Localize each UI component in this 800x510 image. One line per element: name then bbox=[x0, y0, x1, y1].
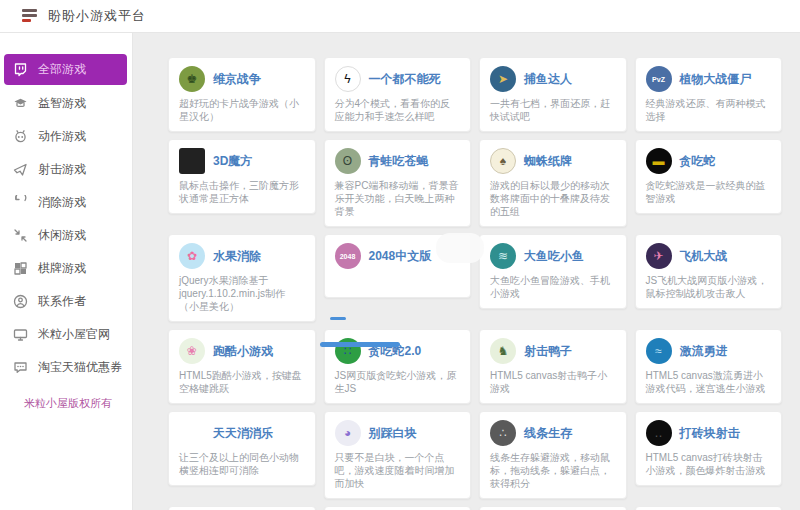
shoot-ducks-icon: ♞ bbox=[490, 338, 516, 364]
sidebar-item-5[interactable]: 休闲游戏 bbox=[0, 219, 132, 252]
game-row: ☄保卫星球射击星球防御游戏，太空战机为阻止星球遭遇小行星撞击◗吃豆人按［空格］开… bbox=[168, 506, 782, 510]
monitor-icon bbox=[13, 327, 28, 342]
sidebar-item-1[interactable]: 益智游戏 bbox=[0, 87, 132, 120]
game-card-header: 3D魔方 bbox=[179, 148, 305, 174]
sync-arrows-icon bbox=[13, 195, 28, 210]
game-description: 游戏的目标以最少的移动次数将牌面中的十叠牌及待发的五组 bbox=[490, 179, 616, 218]
fishing-master-icon: ➤ bbox=[490, 66, 516, 92]
sidebar-item-9[interactable]: 淘宝天猫优惠券 bbox=[0, 351, 132, 384]
game-row: 3D魔方鼠标点击操作，三阶魔方形状通常是正方体ʘ青蛙吃苍蝇兼容PC端和移动端，背… bbox=[168, 139, 782, 227]
frog-eats-flies-icon: ʘ bbox=[335, 148, 361, 174]
sidebar-item-0[interactable]: 全部游戏 bbox=[4, 54, 127, 85]
sidebar-item-label: 米粒小屋官网 bbox=[38, 326, 110, 343]
game-title: 捕鱼达人 bbox=[524, 71, 572, 88]
game-description: jQuery水果消除基于jquery.1.10.2.min.js制作（小星美化） bbox=[179, 274, 305, 313]
game-card-header: 天天消消乐 bbox=[179, 420, 305, 446]
game-card-fishing-master[interactable]: ➤捕鱼达人一共有七档，界面还原，赶快试试吧 bbox=[479, 57, 627, 132]
game-card-happy-crush[interactable]: 开心消消乐支持PC端和移动端，一款三消游戏，游戏画面精美 bbox=[479, 506, 627, 510]
game-title: 一个都不能死 bbox=[369, 71, 441, 88]
game-card-viking-war[interactable]: ♚维京战争超好玩的卡片战争游戏（小星汉化） bbox=[168, 57, 316, 132]
game-card-header: ◕别踩白块 bbox=[335, 420, 461, 446]
game-description: 兼容PC端和移动端，背景音乐开关功能，白天晚上两种背景 bbox=[335, 179, 461, 218]
game-card-snake-2[interactable]: ∷贪吃蛇2.0JS网页版贪吃蛇小游戏，原生JS bbox=[324, 329, 472, 404]
parkour-icon: ❀ bbox=[179, 338, 205, 364]
game-card-brick-shooter[interactable]: ‥打砖块射击HTML5 canvas打砖块射击小游戏，颜色爆炸射击游戏 bbox=[635, 411, 783, 486]
game-card-plants-vs-zombies[interactable]: PvZ植物大战僵尸经典游戏还原、有两种模式选择 bbox=[635, 57, 783, 132]
game-card-rapids-adventure[interactable]: ≈激流勇进HTML5 canvas激流勇进小游戏代码，迷宫逃生小游戏 bbox=[635, 329, 783, 404]
game-card-line-survival[interactable]: ∴线条生存线条生存躲避游戏，移动鼠标，拖动线条，躲避白点，获得积分 bbox=[479, 411, 627, 499]
game-description: 线条生存躲避游戏，移动鼠标，拖动线条，躲避白点，获得积分 bbox=[490, 451, 616, 490]
snake-icon: ▬ bbox=[646, 148, 672, 174]
line-survival-icon: ∴ bbox=[490, 420, 516, 446]
game-title: 别踩白块 bbox=[369, 425, 417, 442]
game-description: 经典游戏还原、有两种模式选择 bbox=[646, 97, 772, 123]
game-card-header: ✈飞机大战 bbox=[646, 243, 772, 269]
game-title: 飞机大战 bbox=[680, 248, 728, 265]
sidebar-item-label: 益智游戏 bbox=[38, 95, 86, 112]
game-card-header: ∴线条生存 bbox=[490, 420, 616, 446]
game-card-header: ➤捕鱼达人 bbox=[490, 66, 616, 92]
sidebar-item-3[interactable]: 射击游戏 bbox=[0, 153, 132, 186]
alien-face-icon bbox=[13, 129, 28, 144]
game-description: 鼠标点击操作，三阶魔方形状通常是正方体 bbox=[179, 179, 305, 205]
2048-chinese-icon: 2048 bbox=[335, 243, 361, 269]
game-description: JS网页版贪吃蛇小游戏，原生JS bbox=[335, 369, 461, 395]
game-card-header: ♞射击鸭子 bbox=[490, 338, 616, 364]
game-card-header: ϟ一个都不能死 bbox=[335, 66, 461, 92]
sidebar-item-label: 联系作者 bbox=[38, 293, 86, 310]
game-title: 维京战争 bbox=[213, 71, 261, 88]
game-description: 大鱼吃小鱼冒险游戏、手机小游戏 bbox=[490, 274, 616, 300]
game-description: 让三个及以上的同色小动物横竖相连即可消除 bbox=[179, 451, 305, 477]
game-card-dont-tap-white-tile[interactable]: ◕别踩白块只要不是白块，一个个点吧，游戏速度随着时间增加而加快 bbox=[324, 411, 472, 499]
game-card-header: ✿水果消除 bbox=[179, 243, 305, 269]
app-title: 盼盼小游戏平台 bbox=[48, 7, 146, 25]
highlight-dash bbox=[330, 317, 346, 320]
game-card-plane-war[interactable]: ✈飞机大战JS飞机大战网页版小游戏，鼠标控制战机攻击敌人 bbox=[635, 234, 783, 309]
game-card-daily-crush[interactable]: 天天消消乐让三个及以上的同色小动物横竖相连即可消除 bbox=[168, 411, 316, 486]
game-card-no-one-can-die[interactable]: ϟ一个都不能死分为4个模式，看看你的反应能力和手速怎么样吧 bbox=[324, 57, 472, 132]
game-card-tetris[interactable]: ✚俄罗斯方块界面简洁，难度可选：简单、一般、困难，键盘操作 bbox=[635, 506, 783, 510]
graduation-cap-icon bbox=[13, 96, 28, 111]
game-description: 贪吃蛇游戏是一款经典的益智游戏 bbox=[646, 179, 772, 205]
game-card-header: PvZ植物大战僵尸 bbox=[646, 66, 772, 92]
game-row: 天天消消乐让三个及以上的同色小动物横竖相连即可消除◕别踩白块只要不是白块，一个个… bbox=[168, 411, 782, 499]
game-title: 打砖块射击 bbox=[680, 425, 740, 442]
game-description: HTML5 canvas打砖块射击小游戏，颜色爆炸射击游戏 bbox=[646, 451, 772, 477]
sidebar-item-label: 休闲游戏 bbox=[38, 227, 86, 244]
game-title: 线条生存 bbox=[524, 425, 572, 442]
game-card-spider-solitaire[interactable]: ♠蜘蛛纸牌游戏的目标以最少的移动次数将牌面中的十叠牌及待发的五组 bbox=[479, 139, 627, 227]
game-description: HTML5 canvas射击鸭子小游戏 bbox=[490, 369, 616, 395]
game-card-header: ʘ青蛙吃苍蝇 bbox=[335, 148, 461, 174]
game-title: 贪吃蛇 bbox=[680, 153, 716, 170]
game-card-3d-cube[interactable]: 3D魔方鼠标点击操作，三阶魔方形状通常是正方体 bbox=[168, 139, 316, 214]
copyright-link[interactable]: 米粒小屋版权所有 bbox=[0, 396, 132, 411]
game-card-header: ‥打砖块射击 bbox=[646, 420, 772, 446]
sidebar-item-8[interactable]: 米粒小屋官网 bbox=[0, 318, 132, 351]
game-title: 蜘蛛纸牌 bbox=[524, 153, 572, 170]
game-card-snake[interactable]: ▬贪吃蛇贪吃蛇游戏是一款经典的益智游戏 bbox=[635, 139, 783, 214]
viking-war-icon: ♚ bbox=[179, 66, 205, 92]
sidebar-item-7[interactable]: 联系作者 bbox=[0, 285, 132, 318]
sidebar-item-2[interactable]: 动作游戏 bbox=[0, 120, 132, 153]
sidebar-item-4[interactable]: 消除游戏 bbox=[0, 186, 132, 219]
game-card-big-fish-eats-small-fish[interactable]: ≋大鱼吃小鱼大鱼吃小鱼冒险游戏、手机小游戏 bbox=[479, 234, 627, 309]
sidebar-item-6[interactable]: 棋牌游戏 bbox=[0, 252, 132, 285]
game-card-pacman[interactable]: ◗吃豆人按［空格］开始或暂停、继续，键盘方向键进行游戏 bbox=[324, 506, 472, 510]
game-description: HTML5跑酷小游戏，按键盘空格键跳跃 bbox=[179, 369, 305, 395]
big-fish-eats-small-fish-icon: ≋ bbox=[490, 243, 516, 269]
gamepad-twitch-icon bbox=[13, 62, 28, 77]
game-title: 激流勇进 bbox=[680, 343, 728, 360]
game-card-defend-planet-shooter[interactable]: ☄保卫星球射击星球防御游戏，太空战机为阻止星球遭遇小行星撞击 bbox=[168, 506, 316, 510]
game-card-shoot-ducks[interactable]: ♞射击鸭子HTML5 canvas射击鸭子小游戏 bbox=[479, 329, 627, 404]
game-description: JS飞机大战网页版小游戏，鼠标控制战机攻击敌人 bbox=[646, 274, 772, 300]
game-card-frog-eats-flies[interactable]: ʘ青蛙吃苍蝇兼容PC端和移动端，背景音乐开关功能，白天晚上两种背景 bbox=[324, 139, 472, 227]
game-card-parkour[interactable]: ❀跑酷小游戏HTML5跑酷小游戏，按键盘空格键跳跃 bbox=[168, 329, 316, 404]
game-description: 超好玩的卡片战争游戏（小星汉化） bbox=[179, 97, 305, 123]
sidebar-item-label: 消除游戏 bbox=[38, 194, 86, 211]
game-card-header: ▬贪吃蛇 bbox=[646, 148, 772, 174]
sidebar-menu: 全部游戏益智游戏动作游戏射击游戏消除游戏休闲游戏棋牌游戏联系作者米粒小屋官网淘宝… bbox=[0, 54, 132, 384]
game-card-fruit-crush[interactable]: ✿水果消除jQuery水果消除基于jquery.1.10.2.min.js制作（… bbox=[168, 234, 316, 322]
checkerboard-icon bbox=[13, 261, 28, 276]
game-title: 青蛙吃苍蝇 bbox=[369, 153, 429, 170]
game-title: 水果消除 bbox=[213, 248, 261, 265]
